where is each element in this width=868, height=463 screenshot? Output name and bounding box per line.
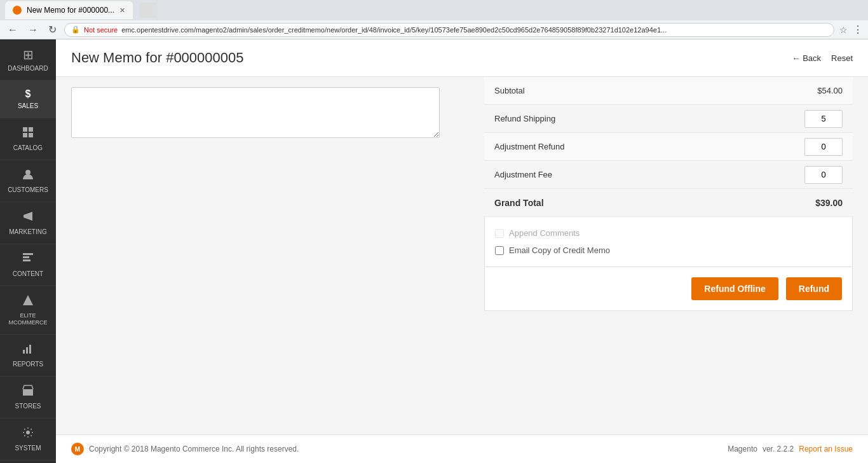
svg-rect-2 xyxy=(23,133,27,137)
sidebar-item-dashboard[interactable]: ⊞ DASHBOARD xyxy=(0,39,56,81)
sidebar-label-customers: CUSTOMERS xyxy=(8,186,48,194)
refund-button[interactable]: Refund xyxy=(786,277,842,300)
grand-total-row: Grand Total $39.00 xyxy=(484,189,853,217)
adjustment-refund-row: Adjustment Refund xyxy=(484,133,853,161)
adjustment-fee-input[interactable] xyxy=(804,166,843,184)
checkboxes-section: Append Comments Email Copy of Credit Mem… xyxy=(484,217,853,267)
stores-icon xyxy=(22,384,34,400)
sidebar-item-marketing[interactable]: MARKETING xyxy=(0,202,56,244)
refund-shipping-input[interactable] xyxy=(804,110,843,128)
append-comments-row: Append Comments xyxy=(495,225,842,242)
email-copy-label: Email Copy of Credit Memo xyxy=(509,245,610,255)
footer-copyright: Copyright © 2018 Magento Commerce Inc. A… xyxy=(89,445,299,453)
sidebar-label-content: CONTENT xyxy=(13,270,43,278)
sidebar-item-find-partners[interactable]: FIND PARTNERS & EXTENSIONS xyxy=(0,460,56,463)
customers-icon xyxy=(22,168,34,184)
sidebar-item-sales[interactable]: $ SALES xyxy=(0,81,56,118)
not-secure-icon: 🔒 xyxy=(71,25,80,34)
back-label: Back xyxy=(803,53,821,63)
magento-label: Magento xyxy=(728,445,757,453)
back-arrow-icon: ← xyxy=(792,53,800,63)
tab-close-icon[interactable]: ✕ xyxy=(119,6,125,15)
sales-icon: $ xyxy=(25,88,31,100)
page-title: New Memo for #000000005 xyxy=(71,50,244,66)
append-comments-checkbox[interactable] xyxy=(495,229,504,238)
browser-titlebar: New Memo for #000000... ✕ xyxy=(0,0,868,20)
sidebar-item-customers[interactable]: CUSTOMERS xyxy=(0,160,56,202)
svg-rect-1 xyxy=(29,127,33,132)
sidebar-label-sales: SALES xyxy=(18,102,38,110)
not-secure-label: Not secure xyxy=(84,26,118,34)
refund-shipping-label: Refund Shipping xyxy=(484,107,804,130)
tab-title: New Memo for #000000... xyxy=(27,6,114,15)
report-issue-link[interactable]: Report an Issue xyxy=(799,445,853,453)
grand-total-label: Grand Total xyxy=(484,191,802,214)
svg-rect-0 xyxy=(23,127,27,132)
content-area[interactable]: Subtotal $54.00 Refund Shipping Adjustme… xyxy=(56,77,868,434)
svg-rect-11 xyxy=(26,347,28,354)
refresh-nav-button[interactable]: ↻ xyxy=(46,22,59,37)
subtotal-label: Subtotal xyxy=(484,79,802,102)
forward-nav-button[interactable]: → xyxy=(25,23,41,37)
adjustment-refund-input[interactable] xyxy=(804,138,843,156)
main-content: New Memo for #000000005 ← Back Reset xyxy=(56,39,868,463)
new-tab-button[interactable] xyxy=(139,3,157,18)
svg-rect-8 xyxy=(23,259,31,261)
dashboard-icon: ⊞ xyxy=(23,47,34,62)
refund-offline-button[interactable]: Refund Offline xyxy=(691,277,778,300)
page-footer: M Copyright © 2018 Magento Commerce Inc.… xyxy=(56,434,868,463)
marketing-icon xyxy=(22,210,34,226)
grand-total-value: $39.00 xyxy=(802,191,853,214)
page-header: New Memo for #000000005 ← Back Reset xyxy=(56,39,868,77)
content-icon xyxy=(22,252,34,268)
sidebar-item-system[interactable]: SYSTEM xyxy=(0,418,56,460)
svg-point-4 xyxy=(25,170,31,175)
sidebar-item-reports[interactable]: REPORTS xyxy=(0,335,56,377)
svg-rect-10 xyxy=(23,350,25,354)
sidebar-item-stores[interactable]: STORES xyxy=(0,377,56,418)
adjustment-refund-label: Adjustment Refund xyxy=(484,135,804,158)
sidebar: ⊞ DASHBOARD $ SALES CATALOG CUSTOMERS MA… xyxy=(0,39,56,463)
back-button[interactable]: ← Back xyxy=(792,53,821,63)
sidebar-label-stores: STORES xyxy=(15,403,41,410)
content-wrapper: Subtotal $54.00 Refund Shipping Adjustme… xyxy=(56,77,868,434)
svg-point-14 xyxy=(26,431,30,434)
browser-tab[interactable]: New Memo for #000000... ✕ xyxy=(5,1,133,19)
bookmark-star-button[interactable]: ☆ xyxy=(839,25,848,35)
sidebar-label-elite-mcommerce: ELITE MCOMMERCE xyxy=(3,312,53,326)
sidebar-item-elite-mcommerce[interactable]: ELITE MCOMMERCE xyxy=(0,286,56,335)
comment-textarea[interactable] xyxy=(71,87,440,138)
subtotal-row: Subtotal $54.00 xyxy=(484,77,853,105)
svg-rect-7 xyxy=(23,256,29,258)
right-panel: Subtotal $54.00 Refund Shipping Adjustme… xyxy=(484,77,853,419)
version-label: ver. 2.2.2 xyxy=(763,445,794,453)
sidebar-label-system: SYSTEM xyxy=(15,445,41,452)
footer-right: Magento ver. 2.2.2 Report an Issue xyxy=(728,445,853,453)
header-actions: ← Back Reset xyxy=(792,53,853,63)
catalog-icon xyxy=(22,126,34,142)
sidebar-label-dashboard: DASHBOARD xyxy=(8,65,48,73)
svg-rect-3 xyxy=(29,133,33,137)
sidebar-label-marketing: MARKETING xyxy=(9,228,46,236)
refund-shipping-row: Refund Shipping xyxy=(484,105,853,133)
svg-rect-5 xyxy=(24,215,26,218)
sidebar-item-catalog[interactable]: CATALOG xyxy=(0,118,56,160)
adjustment-fee-label: Adjustment Fee xyxy=(484,163,804,186)
sidebar-label-reports: REPORTS xyxy=(13,361,43,368)
email-copy-checkbox[interactable] xyxy=(495,246,504,255)
reset-button[interactable]: Reset xyxy=(831,53,853,63)
system-icon xyxy=(22,426,34,442)
address-bar[interactable]: 🔒 Not secure emc.opentestdrive.com/magen… xyxy=(64,23,834,37)
svg-rect-13 xyxy=(23,389,33,396)
sidebar-label-catalog: CATALOG xyxy=(13,144,43,152)
browser-menu-button[interactable]: ⋮ xyxy=(853,24,863,36)
footer-left: M Copyright © 2018 Magento Commerce Inc.… xyxy=(71,443,299,455)
browser-toolbar: ← → ↻ 🔒 Not secure emc.opentestdrive.com… xyxy=(0,20,868,39)
sidebar-item-content[interactable]: CONTENT xyxy=(0,244,56,286)
left-panel xyxy=(71,77,484,419)
svg-rect-12 xyxy=(29,345,31,354)
actions-section: Refund Offline Refund xyxy=(484,267,853,311)
back-nav-button[interactable]: ← xyxy=(5,23,20,37)
browser-chrome: New Memo for #000000... ✕ ← → ↻ 🔒 Not se… xyxy=(0,0,868,39)
elite-mcommerce-icon xyxy=(22,294,34,310)
